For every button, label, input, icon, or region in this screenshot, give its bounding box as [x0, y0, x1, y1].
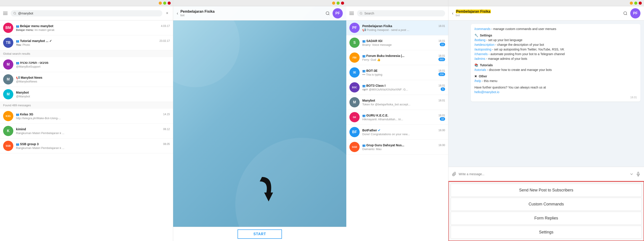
chat-time: 18.01 — [438, 69, 445, 72]
list-item[interactable]: K kimind 08.12 Rangkuman Materi Pembelaj… — [0, 124, 173, 138]
minimize-btn-right[interactable] — [630, 2, 633, 5]
window-controls-left — [159, 2, 171, 5]
maximize-btn-right[interactable] — [634, 2, 637, 5]
group-icon: 👥 — [362, 84, 366, 87]
list-item[interactable]: S 👥SADAR IGI 18.01 Brainy: Voice message… — [346, 35, 448, 50]
avatar: M — [3, 89, 13, 99]
minimize-btn-main[interactable] — [332, 2, 335, 5]
unread-badge: 10 — [440, 43, 445, 46]
menu-line — [3, 15, 8, 15]
back-button[interactable]: ‹ — [177, 11, 178, 16]
svg-line-6 — [362, 14, 362, 14]
list-item[interactable]: TB 👥Tutorial manybot ... ✓ 23.02.17 You:… — [0, 35, 173, 50]
bg-decoration — [235, 138, 346, 227]
chat-list-left: BM 👥Belajar menu manybot 4.03.17 Belajar… — [0, 21, 173, 241]
list-item[interactable]: B3C 👥BOT3 Class I 18.01 ꦏꦸꦲ @MIXJuNVaXIX… — [346, 80, 448, 95]
start-button[interactable]: START — [238, 229, 282, 239]
channels-link[interactable]: /channels — [474, 52, 488, 56]
avatar: K3G — [3, 111, 13, 121]
maximize-btn-left[interactable] — [163, 2, 166, 5]
chat-name-row: 👥BOT-3E 18.01 — [362, 69, 445, 73]
msg-text: - set up your bot language — [486, 38, 522, 42]
avatar: S — [350, 38, 360, 48]
list-item[interactable]: M Manybot 18.01 Token for @belajarfisika… — [346, 95, 448, 110]
list-item[interactable]: M 📢 Manybot News @ManybotNews — [0, 72, 173, 87]
pf-avatar: PF — [332, 8, 343, 19]
search-icon-right-header[interactable] — [623, 11, 628, 16]
list-item[interactable]: GGD 👥Grup Guru Dahsyat Nus... 18.00 Dwin… — [346, 140, 448, 154]
back-button-right[interactable]: ‹ — [452, 11, 454, 16]
help-link[interactable]: /help — [474, 79, 481, 83]
search-icon-right — [360, 12, 362, 15]
list-item[interactable]: PF Pembelajaran Fisika 18.01 📢 Posting /… — [346, 21, 448, 35]
other-emoji: ✖ — [474, 75, 477, 78]
admins-link[interactable]: /admins — [474, 57, 485, 61]
autoposting-link[interactable]: /autoposting — [474, 48, 491, 51]
menu-icon-right[interactable] — [350, 11, 355, 16]
chat-preview-row: Brainy: Voice message 10 — [362, 43, 445, 47]
title-bar-main-left — [173, 0, 346, 6]
search-box-left[interactable] — [11, 10, 162, 17]
chat-name: Pembelajaran Fisika — [362, 24, 392, 28]
search-input-left[interactable] — [18, 12, 160, 15]
tutorials-link[interactable]: /tutorials — [474, 68, 486, 72]
chat-info: 👥BOT-3E 18.01 ••• Tria is typing 206 — [362, 69, 445, 76]
custom-commands-button[interactable]: Custom Commands — [451, 198, 642, 211]
list-item[interactable]: BM 👥Belajar menu manybot 4.03.17 Belajar… — [0, 21, 173, 35]
chat-name: Manybot — [16, 91, 29, 94]
menu-icon[interactable] — [3, 11, 8, 16]
found-messages-label: Found 489 messages — [0, 102, 173, 109]
email-link[interactable]: hello@manybot.io — [474, 90, 499, 94]
window-controls-right — [630, 2, 642, 5]
svg-point-7 — [624, 12, 627, 15]
send-new-post-button[interactable]: Send New Post to Subscribers — [451, 184, 642, 197]
list-item[interactable]: M Manybot @Manybot — [0, 87, 173, 102]
list-item[interactable]: SSB 👥SSB group 3 08.05 Rangkuman Materi … — [0, 138, 173, 153]
chat-time: 18.00 — [438, 144, 445, 147]
chat-preview: 📢 Posting /newpost - send a post ... — [362, 28, 445, 32]
list-item[interactable]: GK 👥GURU K.E.C.E. 18.01 Hikmayanti: Alha… — [346, 110, 448, 125]
right-section: PF Pembelajaran Fisika 18.01 📢 Posting /… — [346, 0, 644, 241]
setdescription-link[interactable]: /setdescription — [474, 43, 494, 47]
close-btn-right[interactable] — [639, 2, 642, 5]
avatar: BF — [350, 127, 360, 137]
header-actions-right: PF — [623, 8, 640, 19]
svg-point-0 — [14, 12, 16, 14]
chevron-down-icon[interactable] — [629, 172, 634, 176]
list-item[interactable]: K3G 👥Kelas 3G 14.15 http://telegra.ph/Ma… — [0, 109, 173, 124]
chat-name-row: 👥מניבוט - תמיכה טכנית — [16, 61, 170, 65]
header-subtitle-right: bot — [456, 14, 621, 17]
close-search-btn[interactable]: × — [164, 11, 170, 16]
close-btn-left[interactable] — [168, 2, 171, 5]
chat-info: BotFather ✔ 18.00 Done! Congratulations … — [362, 128, 445, 136]
chat-preview-row: Ferry: Gud 👍 665 — [362, 58, 445, 61]
search-icon-header[interactable] — [326, 11, 330, 16]
avatar: TB — [3, 38, 13, 48]
settings-button[interactable]: Settings — [451, 226, 642, 239]
chat-name: Manybot — [362, 99, 375, 102]
preview-sender: You: — [16, 43, 22, 47]
minimize-btn-left[interactable] — [159, 2, 162, 5]
verified-icon: ✔ — [378, 128, 380, 132]
commands-link[interactable]: /commands — [474, 27, 490, 31]
message-input[interactable] — [459, 172, 627, 176]
header-info-right: Pembelajaran Fisika bot — [456, 10, 621, 17]
list-item[interactable]: FBI 👥Forum Buku Indonesia (... 18.01 Fer… — [346, 50, 448, 65]
maximize-btn-main[interactable] — [336, 2, 340, 5]
list-item[interactable]: M 👥מניבוט - תמיכה טכנית @ManyBotSupport — [0, 57, 173, 72]
close-btn-main[interactable] — [341, 2, 344, 5]
search-box-right[interactable] — [357, 10, 445, 17]
chat-name-row: 👥GURU K.E.C.E. 18.01 — [362, 114, 445, 117]
chat-info: 👥Kelas 3G 14.15 http://telegra.ph/Make-B… — [16, 113, 170, 120]
search-input-right[interactable] — [364, 12, 442, 15]
microphone-icon[interactable] — [636, 172, 640, 176]
list-item[interactable]: BF BotFather ✔ 18.00 Done! Congratulatio… — [346, 125, 448, 140]
msg-text: - manage custom commands and user menues — [491, 27, 556, 31]
botlang-link[interactable]: /botlang — [474, 38, 486, 42]
list-item[interactable]: 3E 👥BOT-3E 18.01 ••• Tria is typing 206 — [346, 65, 448, 80]
menu-line — [3, 12, 8, 12]
attachment-icon[interactable] — [452, 172, 456, 176]
msg-text: - automate posting from your bot to a Te… — [488, 52, 565, 56]
form-replies-button[interactable]: Form Replies — [451, 212, 642, 225]
chat-name-row: 👥SADAR IGI 18.01 — [362, 39, 445, 43]
